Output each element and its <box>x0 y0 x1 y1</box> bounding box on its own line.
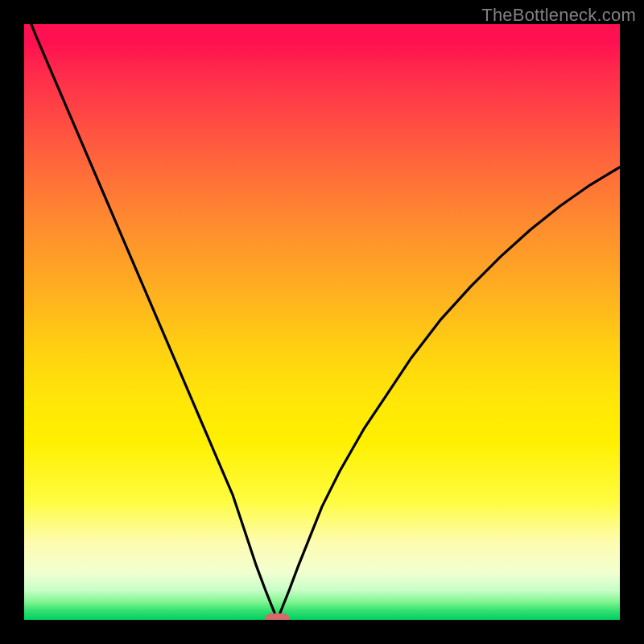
plot-area <box>24 24 620 620</box>
chart-frame: TheBottleneck.com <box>0 0 644 644</box>
bottleneck-curve <box>24 24 620 620</box>
optimal-marker <box>265 613 290 620</box>
watermark-text: TheBottleneck.com <box>481 5 636 26</box>
